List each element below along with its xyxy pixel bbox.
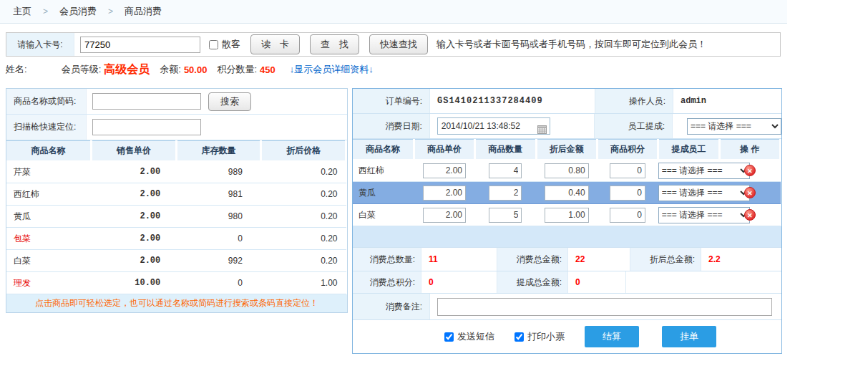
order-item-row[interactable]: 黄瓜 === 请选择 === ✕ bbox=[353, 182, 781, 204]
product-stock-cell[interactable]: 992 bbox=[176, 250, 261, 272]
total-qty-label: 消费总数量: bbox=[353, 248, 421, 271]
scan-locate-input[interactable] bbox=[92, 119, 201, 135]
summary-row-1: 消费总数量: 11 消费总金额: 22 折后总金额: 2.2 bbox=[353, 248, 781, 271]
total-points-label: 消费总积分: bbox=[353, 271, 421, 293]
breadcrumb: 主页 > 会员消费 > 商品消费 bbox=[0, 0, 787, 24]
product-discount-cell[interactable]: 1.00 bbox=[261, 272, 346, 294]
operator-value: admin bbox=[673, 96, 781, 106]
product-price-cell[interactable]: 2.00 bbox=[92, 250, 177, 272]
settle-button[interactable]: 结算 bbox=[585, 326, 639, 347]
member-name-label: 姓名: bbox=[6, 63, 27, 76]
product-price-cell[interactable]: 2.00 bbox=[92, 161, 177, 183]
item-qty-input[interactable] bbox=[489, 163, 522, 178]
order-no-value: GS1410211337284409 bbox=[430, 96, 595, 106]
member-level-label: 会员等级: bbox=[62, 63, 102, 76]
remark-input[interactable] bbox=[437, 298, 772, 316]
remark-label: 消费备注: bbox=[353, 294, 430, 319]
send-sms-checkbox[interactable] bbox=[444, 332, 454, 342]
item-points-input[interactable] bbox=[610, 163, 645, 178]
order-item-row[interactable]: 白菜 === 请选择 === ✕ bbox=[353, 204, 781, 226]
product-stock-cell[interactable]: 981 bbox=[176, 183, 261, 206]
show-member-detail-link[interactable]: ↓显示会员详细资料↓ bbox=[290, 63, 374, 76]
item-staff-select[interactable]: === 请选择 === bbox=[658, 185, 750, 201]
item-amount-input[interactable] bbox=[545, 208, 589, 223]
product-row[interactable]: 西红柿 2.00 981 0.20 bbox=[6, 183, 346, 206]
quick-find-button[interactable]: 快速查找 bbox=[369, 34, 428, 54]
breadcrumb-goods-consume[interactable]: 商品消费 bbox=[125, 5, 162, 18]
col-discount-price: 折后价格 bbox=[261, 141, 346, 161]
product-name-cell[interactable]: 黄瓜 bbox=[6, 206, 92, 228]
product-row[interactable]: 黄瓜 2.00 980 0.20 bbox=[6, 206, 346, 228]
product-stock-cell[interactable]: 0 bbox=[176, 228, 261, 250]
read-card-button[interactable]: 读 卡 bbox=[250, 34, 300, 54]
discount-total-label: 折后总金额: bbox=[630, 248, 701, 271]
total-amount-label: 消费总金额: bbox=[497, 248, 568, 271]
item-qty-input[interactable] bbox=[489, 186, 522, 201]
item-staff-select[interactable]: === 请选择 === bbox=[658, 207, 750, 223]
guest-checkbox[interactable] bbox=[209, 40, 218, 49]
product-name-cell[interactable]: 芹菜 bbox=[6, 161, 92, 183]
product-search-input[interactable] bbox=[92, 93, 201, 110]
item-price-input[interactable] bbox=[423, 163, 466, 178]
product-discount-cell[interactable]: 0.20 bbox=[261, 161, 346, 183]
delete-item-icon[interactable]: ✕ bbox=[744, 165, 756, 176]
product-discount-cell[interactable]: 0.20 bbox=[261, 250, 346, 272]
item-amount-input[interactable] bbox=[545, 163, 589, 178]
breadcrumb-separator-icon: > bbox=[43, 6, 48, 16]
item-qty-input[interactable] bbox=[489, 208, 522, 223]
member-balance-value: 50.00 bbox=[184, 64, 208, 75]
breadcrumb-member-consume[interactable]: 会员消费 bbox=[59, 5, 97, 18]
hold-order-button[interactable]: 挂单 bbox=[662, 326, 716, 347]
order-item-row[interactable]: 西红柿 === 请选择 === ✕ bbox=[353, 160, 781, 182]
item-price-input[interactable] bbox=[423, 208, 466, 223]
item-points-input[interactable] bbox=[610, 186, 645, 201]
product-discount-cell[interactable]: 0.20 bbox=[261, 206, 346, 228]
item-points-input[interactable] bbox=[610, 208, 645, 223]
card-number-input[interactable] bbox=[80, 37, 200, 53]
consume-date-input[interactable] bbox=[437, 117, 550, 135]
delete-item-icon[interactable]: ✕ bbox=[744, 209, 756, 221]
breadcrumb-home[interactable]: 主页 bbox=[13, 5, 31, 18]
product-price-cell[interactable]: 2.00 bbox=[92, 228, 177, 250]
product-stock-cell[interactable]: 980 bbox=[176, 206, 261, 228]
product-stock-cell[interactable]: 989 bbox=[176, 161, 261, 183]
product-price-cell[interactable]: 2.00 bbox=[92, 183, 177, 206]
item-amount-input[interactable] bbox=[545, 186, 589, 201]
order-item-name: 白菜 bbox=[353, 204, 414, 226]
total-points-value: 0 bbox=[421, 277, 497, 287]
col-sale-price: 销售单价 bbox=[92, 141, 177, 161]
member-points-label: 积分数量: bbox=[217, 63, 257, 76]
col-item-amount: 折后金额 bbox=[536, 140, 597, 160]
product-discount-cell[interactable]: 0.20 bbox=[261, 228, 346, 250]
calendar-icon[interactable] bbox=[537, 125, 547, 136]
item-price-input[interactable] bbox=[423, 186, 466, 201]
product-price-cell[interactable]: 10.00 bbox=[92, 272, 177, 294]
product-search-label: 商品名称或简码: bbox=[6, 89, 87, 114]
product-table-header-row: 商品名称 销售单价 库存数量 折后价格 bbox=[6, 141, 346, 161]
product-name-cell[interactable]: 包菜 bbox=[6, 228, 92, 250]
summary-empty-cell bbox=[625, 271, 781, 293]
col-item-operate: 操 作 bbox=[719, 140, 780, 160]
scan-locate-row: 扫描枪快速定位: bbox=[6, 115, 347, 140]
product-row[interactable]: 芹菜 2.00 989 0.20 bbox=[6, 161, 346, 183]
product-search-button[interactable]: 搜索 bbox=[208, 92, 251, 111]
send-sms-label: 发送短信 bbox=[457, 330, 494, 343]
item-staff-select[interactable]: === 请选择 === bbox=[658, 163, 750, 179]
commission-staff-select[interactable]: === 请选择 === bbox=[687, 118, 781, 135]
product-name-cell[interactable]: 白菜 bbox=[6, 250, 92, 272]
total-qty-value: 11 bbox=[421, 254, 497, 264]
order-item-name: 西红柿 bbox=[353, 160, 414, 182]
product-stock-cell[interactable]: 0 bbox=[176, 272, 261, 294]
product-row[interactable]: 理发 10.00 0 1.00 bbox=[6, 272, 346, 294]
product-row[interactable]: 包菜 2.00 0 0.20 bbox=[6, 228, 346, 250]
delete-item-icon[interactable]: ✕ bbox=[744, 187, 756, 198]
print-receipt-checkbox[interactable] bbox=[515, 332, 524, 342]
product-discount-cell[interactable]: 0.20 bbox=[261, 183, 346, 206]
consume-date-wrap bbox=[437, 121, 550, 131]
product-name-cell[interactable]: 理发 bbox=[6, 272, 92, 294]
product-name-cell[interactable]: 西红柿 bbox=[6, 183, 92, 206]
product-price-cell[interactable]: 2.00 bbox=[92, 206, 177, 228]
product-row[interactable]: 白菜 2.00 992 0.20 bbox=[6, 250, 346, 272]
find-button[interactable]: 查 找 bbox=[310, 34, 359, 54]
order-table-header-row: 商品名称 商品单价 商品数量 折后金额 商品积分 提成员工 操 作 bbox=[353, 140, 781, 160]
